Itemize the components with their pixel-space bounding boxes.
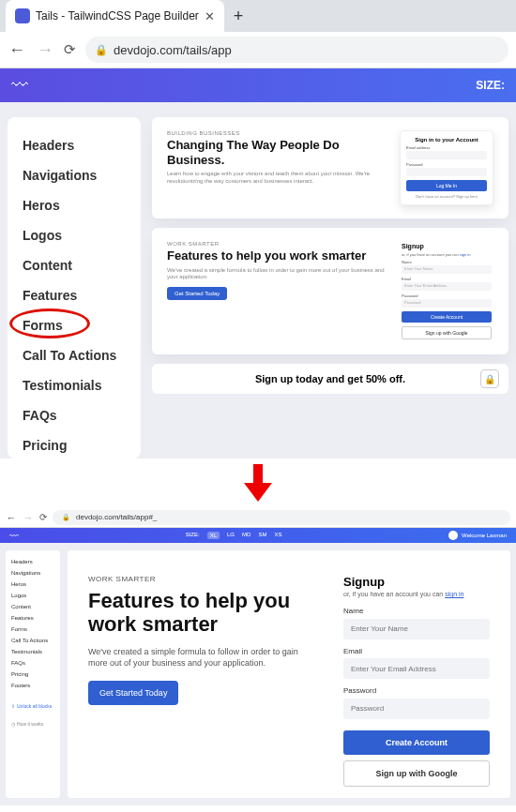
block-title: Features to help you work smarter: [167, 248, 385, 263]
sidebar-item-navigations[interactable]: Navigations: [11, 567, 54, 579]
url-input[interactable]: 🔒 devdojo.com/tails/app#_: [53, 510, 510, 525]
sidebar-item-cta[interactable]: Call To Actions: [23, 340, 126, 370]
reload-icon[interactable]: ⟳: [39, 512, 47, 522]
name-label: Name: [402, 260, 492, 264]
block-signup[interactable]: WORK SMARTER Features to help you work s…: [152, 228, 508, 354]
google-signup-button[interactable]: Sign up with Google: [343, 760, 490, 787]
sidebar-item-testimonials[interactable]: Testimonials: [23, 370, 126, 400]
create-account-button[interactable]: Create Account: [343, 730, 490, 755]
login-button[interactable]: Log Me In: [406, 180, 487, 191]
clock-icon: ◷: [11, 721, 15, 727]
back-icon[interactable]: ←: [6, 512, 17, 523]
sidebar-item-forms[interactable]: Forms: [11, 624, 54, 635]
tab-bar: Tails - TailwindCSS Page Builder ✕ +: [0, 0, 516, 32]
password-label: Password: [406, 162, 487, 167]
signin-title: Sign in to your Account: [406, 137, 487, 143]
canvas: WORK SMARTER Features to help you work s…: [68, 550, 510, 798]
forward-icon: →: [36, 40, 54, 60]
size-options: SIZE: XL LG MD SM XS: [186, 532, 282, 539]
tab-title: Tails - TailwindCSS Page Builder: [36, 9, 199, 23]
signin-footer: Don't have an account? Sign up here: [406, 194, 487, 199]
block-signin[interactable]: BUILDING BUSINESSES Changing The Way Peo…: [152, 117, 508, 218]
sidebar-item-features[interactable]: Features: [11, 612, 54, 624]
sidebar-item-features[interactable]: Features: [23, 280, 126, 310]
email-label: Email: [402, 277, 492, 281]
get-started-button[interactable]: Get Started Today: [88, 681, 178, 705]
sidebar-item-cta[interactable]: Call To Actions: [11, 635, 54, 646]
reload-icon[interactable]: ⟳: [64, 41, 76, 58]
new-tab-button[interactable]: +: [224, 7, 253, 26]
address-bar: ← → ⟳ 🔒 devdojo.com/tails/app: [0, 32, 516, 68]
unlock-button[interactable]: ⇪Unlock all blocks: [11, 699, 54, 709]
sidebar-item-forms[interactable]: Forms: [23, 310, 126, 340]
app-body: Headers Navigations Heros Logos Content …: [0, 543, 516, 805]
app-header: 〰 SIZE: XL LG MD SM XS Welcome Laxman: [0, 528, 516, 543]
page-title: Features to help you work smarter: [88, 589, 306, 637]
sidebar-item-footers[interactable]: Footers: [11, 680, 54, 691]
size-xl[interactable]: XL: [207, 532, 220, 539]
password-label: Password: [402, 293, 492, 298]
sidebar-item-heros[interactable]: Heros: [11, 579, 54, 590]
promo-text: Sign up today and get 50% off.: [255, 373, 405, 384]
sidebar-item-pricing[interactable]: Pricing: [11, 669, 54, 680]
password-input[interactable]: [343, 699, 490, 719]
sidebar-item-faqs[interactable]: FAQs: [11, 657, 54, 669]
app-header: 〰 SIZE:: [0, 68, 516, 102]
sidebar-item-headers[interactable]: Headers: [11, 556, 54, 567]
sidebar: Headers Navigations Heros Logos Content …: [8, 117, 141, 459]
size-xs[interactable]: XS: [274, 532, 281, 539]
email-input[interactable]: [406, 151, 487, 159]
signin-link[interactable]: sign in: [460, 252, 471, 257]
password-input[interactable]: [406, 168, 487, 176]
size-label: SIZE:: [186, 532, 200, 539]
sidebar-item-content[interactable]: Content: [11, 601, 54, 612]
get-started-button[interactable]: Get Started Today: [167, 287, 227, 300]
browser-tab[interactable]: Tails - TailwindCSS Page Builder ✕: [6, 0, 224, 32]
block-desc: Learn how to engage with your visitors a…: [167, 171, 385, 186]
create-account-button[interactable]: Create Account: [402, 311, 492, 323]
lock-icon: 🔒: [62, 514, 70, 521]
eyebrow: BUILDING BUSINESSES: [167, 130, 385, 136]
logo-icon[interactable]: 〰: [11, 76, 28, 96]
password-input[interactable]: Password: [402, 299, 492, 308]
block-left: BUILDING BUSINESSES Changing The Way Peo…: [167, 130, 385, 205]
size-sm[interactable]: SM: [258, 532, 266, 539]
password-label: Password: [343, 686, 490, 695]
email-input[interactable]: Enter Your Email Address: [402, 282, 492, 291]
google-signup-button[interactable]: Sign up with Google: [402, 326, 492, 339]
logo-icon[interactable]: 〰: [9, 531, 19, 541]
sidebar-item-content[interactable]: Content: [23, 250, 126, 280]
promo-bar[interactable]: Sign up today and get 50% off. 🔒: [152, 364, 508, 394]
sidebar-item-navigations[interactable]: Navigations: [23, 160, 126, 190]
browser-chrome-bottom: ← → ⟳ 🔒 devdojo.com/tails/app#_: [0, 507, 516, 528]
sidebar-item-pricing[interactable]: Pricing: [23, 430, 126, 459]
back-icon[interactable]: ←: [8, 40, 26, 60]
name-input[interactable]: [343, 619, 490, 639]
signin-link[interactable]: sign in: [445, 591, 463, 597]
lock-icon[interactable]: 🔒: [480, 369, 499, 388]
email-input[interactable]: [343, 658, 490, 679]
size-label: SIZE:: [476, 79, 505, 92]
size-lg[interactable]: LG: [227, 532, 235, 539]
block-desc: We've created a simple formula to follow…: [167, 267, 385, 282]
signup-title: Signup: [343, 575, 490, 589]
block-title: Changing The Way People Do Business.: [167, 138, 385, 167]
lock-icon: 🔒: [95, 44, 108, 56]
sidebar-item-logos[interactable]: Logos: [11, 590, 54, 601]
howitworks-button[interactable]: ◷How it works: [11, 716, 54, 727]
url-text: devdojo.com/tails/app#_: [76, 513, 157, 521]
signup-link[interactable]: Sign up here: [456, 194, 478, 199]
welcome-user[interactable]: Welcome Laxman: [448, 531, 507, 540]
close-icon[interactable]: ✕: [205, 9, 215, 23]
url-input[interactable]: 🔒 devdojo.com/tails/app: [85, 37, 508, 63]
page-desc: We've created a simple formula to follow…: [88, 646, 306, 669]
sidebar-item-testimonials[interactable]: Testimonials: [11, 646, 54, 657]
sidebar-item-heros[interactable]: Heros: [23, 190, 126, 220]
name-input[interactable]: Enter Your Name: [402, 265, 492, 274]
size-md[interactable]: MD: [242, 532, 250, 539]
signup-form: Signup or, if you have an account you ca…: [343, 575, 490, 787]
welcome-text: Welcome Laxman: [462, 533, 507, 538]
sidebar-item-headers[interactable]: Headers: [23, 130, 126, 160]
sidebar-item-logos[interactable]: Logos: [23, 220, 126, 250]
sidebar-item-faqs[interactable]: FAQs: [23, 400, 126, 430]
